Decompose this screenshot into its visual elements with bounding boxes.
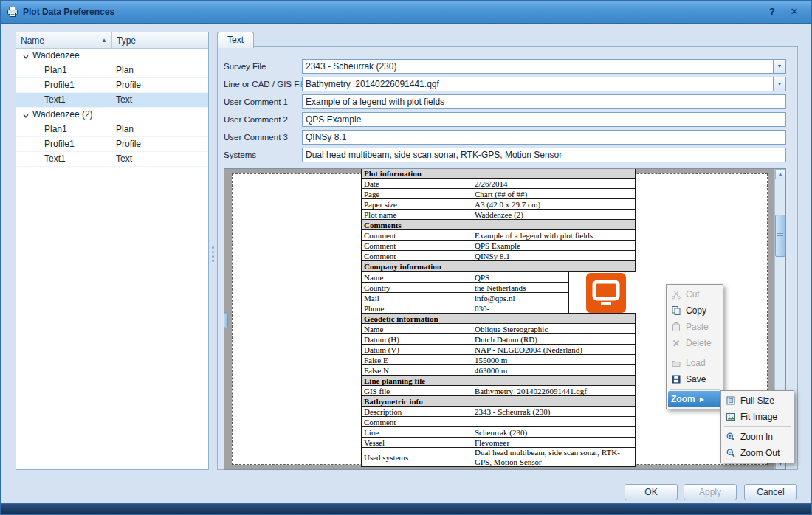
tree-row-text1-selected[interactable]: Text1 Text bbox=[16, 93, 208, 108]
legend-key: False N bbox=[362, 365, 472, 376]
tree-row-plan1-2[interactable]: Plan1 Plan bbox=[16, 122, 208, 137]
splitter-handle[interactable] bbox=[224, 312, 228, 328]
tree-item-name: Plan1 bbox=[44, 122, 67, 136]
close-button[interactable]: ✕ bbox=[786, 4, 802, 19]
legend-key: Page bbox=[362, 189, 472, 199]
cancel-button[interactable]: Cancel bbox=[744, 484, 797, 500]
user-comment-3-box[interactable] bbox=[302, 130, 786, 145]
gis-file-combobox[interactable]: ▼ bbox=[302, 77, 786, 91]
tab-text[interactable]: Text bbox=[217, 32, 254, 48]
menu-item-delete: Delete bbox=[668, 335, 721, 351]
tree-item-type: Text bbox=[116, 93, 132, 107]
menu-item-save[interactable]: Save bbox=[668, 371, 721, 387]
fit-image-icon bbox=[726, 412, 737, 422]
legend-section-bathymetric: Bathymetric info Description2343 - Scheu… bbox=[361, 395, 636, 467]
legend-key: Comment bbox=[362, 251, 472, 261]
gis-file-input[interactable] bbox=[303, 77, 773, 91]
menu-item-fit-image[interactable]: Fit Image bbox=[723, 409, 792, 425]
apply-button[interactable]: Apply bbox=[684, 484, 737, 500]
legend-section-comments: Comments CommentExample of a legend with… bbox=[361, 219, 636, 261]
full-size-icon bbox=[726, 395, 737, 406]
survey-file-label: Survey File bbox=[224, 59, 266, 74]
legend-value: Waddenzee (2) bbox=[472, 210, 636, 220]
paste-icon bbox=[671, 322, 683, 332]
legend-value bbox=[472, 417, 636, 427]
tree-row-waddenzee[interactable]: Waddenzee bbox=[16, 49, 208, 63]
menu-item-full-size[interactable]: Full Size bbox=[723, 393, 792, 409]
user-comment-2-input[interactable] bbox=[303, 113, 785, 126]
legend-value: Scheurrak (230) bbox=[472, 427, 636, 438]
user-comment-2-row: User Comment 2 bbox=[218, 112, 797, 127]
legend-key: Description bbox=[362, 407, 472, 417]
legend-section-header: Geodetic information bbox=[362, 314, 636, 324]
legend-value: Example of a legend with plot fields bbox=[472, 230, 636, 241]
legend-value: QPS Example bbox=[472, 241, 636, 251]
tree-row-waddenzee-2[interactable]: Waddenzee (2) bbox=[16, 108, 208, 122]
user-comment-3-input[interactable] bbox=[303, 131, 785, 144]
copy-icon bbox=[671, 305, 683, 316]
window-footer-bar bbox=[1, 503, 811, 514]
menu-item-load: Load bbox=[668, 355, 721, 371]
survey-file-combobox[interactable]: ▼ bbox=[302, 59, 786, 74]
tree-row-profile1-2[interactable]: Profile1 Profile bbox=[16, 137, 208, 152]
plot-legend: Plot information Date2/26/2014 PageChart… bbox=[361, 168, 636, 467]
chevron-down-icon[interactable] bbox=[22, 52, 30, 60]
tree-row-profile1[interactable]: Profile1 Profile bbox=[16, 78, 208, 93]
tree-item-type: Text bbox=[116, 152, 132, 166]
zoom-in-icon bbox=[726, 432, 737, 442]
scrollbar-thumb[interactable] bbox=[775, 215, 785, 257]
systems-input[interactable] bbox=[303, 148, 785, 162]
user-comment-1-label: User Comment 1 bbox=[224, 94, 288, 109]
menu-item-copy[interactable]: Copy bbox=[668, 303, 721, 319]
chevron-down-icon[interactable] bbox=[22, 111, 30, 119]
user-comment-2-label: User Comment 2 bbox=[224, 112, 288, 127]
legend-key: False E bbox=[362, 355, 472, 365]
cut-icon bbox=[671, 289, 683, 300]
ok-button[interactable]: OK bbox=[625, 484, 678, 500]
user-comment-2-box[interactable] bbox=[302, 112, 786, 127]
legend-section-plot-information: Plot information Date2/26/2014 PageChart… bbox=[361, 168, 636, 220]
legend-value: A3 (42.0 x 29.7 cm) bbox=[472, 199, 636, 210]
legend-value: 2343 - Scheurrak (230) bbox=[472, 407, 636, 417]
tree-item-type: Plan bbox=[116, 63, 134, 77]
tree-item-name: Text1 bbox=[44, 93, 66, 107]
tree-row-plan1[interactable]: Plan1 Plan bbox=[16, 63, 208, 78]
title-bar[interactable]: Plot Data Preferences ? ✕ bbox=[1, 1, 811, 24]
help-button[interactable]: ? bbox=[764, 4, 780, 19]
survey-file-input[interactable] bbox=[303, 60, 773, 73]
save-icon bbox=[671, 374, 683, 384]
legend-value: NAP - NLGEO2004 (Nederland) bbox=[472, 345, 636, 355]
load-icon bbox=[671, 358, 683, 368]
legend-key: Plot name bbox=[362, 210, 472, 220]
window-title: Plot Data Preferences bbox=[23, 1, 114, 23]
menu-item-zoom-out[interactable]: Zoom Out bbox=[723, 445, 792, 461]
menu-item-label: Zoom In bbox=[740, 432, 773, 442]
menu-item-label: Save bbox=[686, 374, 706, 384]
menu-item-label: Full Size bbox=[740, 395, 774, 406]
chevron-down-icon[interactable]: ▼ bbox=[773, 77, 785, 91]
user-comment-1-box[interactable] bbox=[302, 94, 786, 109]
tree-item-name: Profile1 bbox=[44, 78, 75, 92]
legend-value: 155000 m bbox=[472, 355, 636, 365]
scroll-up-icon[interactable]: ▲ bbox=[775, 169, 785, 179]
tree-header-type[interactable]: Type bbox=[112, 32, 208, 48]
panel-splitter[interactable] bbox=[212, 246, 214, 262]
legend-section-header: Plot information bbox=[362, 168, 636, 179]
legend-key: Date bbox=[362, 179, 472, 189]
legend-key: Mail bbox=[362, 293, 472, 303]
chevron-down-icon[interactable]: ▼ bbox=[773, 60, 785, 73]
user-comment-1-input[interactable] bbox=[303, 95, 785, 108]
tree-item-name: Profile1 bbox=[44, 137, 75, 151]
zoom-submenu: Full Size Fit Image Zoom In Zoom Out bbox=[720, 390, 794, 463]
legend-section-company-header: Company information bbox=[361, 260, 636, 272]
menu-item-zoom[interactable]: Zoom ▶ bbox=[668, 391, 721, 407]
menu-item-zoom-in[interactable]: Zoom In bbox=[723, 429, 792, 445]
legend-key: GIS file bbox=[362, 386, 472, 396]
tree-header-name[interactable]: Name ▲ bbox=[16, 32, 112, 48]
legend-key: Phone bbox=[362, 303, 472, 314]
menu-item-label: Zoom Out bbox=[740, 448, 780, 458]
context-menu: Cut Copy Paste Delete Load bbox=[666, 284, 723, 409]
menu-item-label: Delete bbox=[686, 338, 712, 348]
systems-box[interactable] bbox=[302, 148, 786, 162]
tree-row-text1-2[interactable]: Text1 Text bbox=[16, 152, 208, 167]
